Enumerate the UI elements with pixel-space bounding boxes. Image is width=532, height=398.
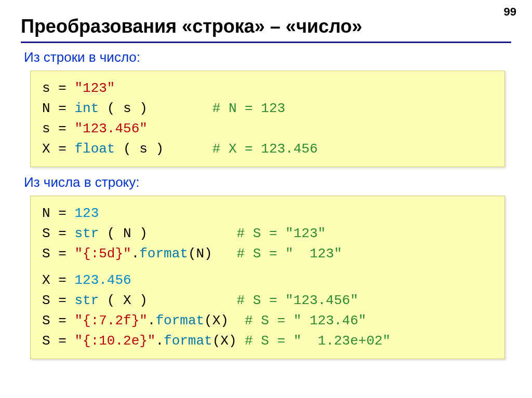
code-text: S = — [42, 226, 74, 241]
code-text: S = — [42, 313, 74, 328]
comment: # S = " 123" — [237, 246, 342, 262]
section-number-to-string: Из числа в строку: — [24, 174, 511, 190]
fn-float: float — [74, 141, 115, 157]
code-text: N = — [42, 205, 74, 221]
fn-format: format — [139, 246, 188, 262]
code-text: . — [155, 333, 164, 349]
code-text: X = — [42, 272, 74, 288]
fn-format: format — [164, 333, 212, 349]
string-literal: "{:5d}" — [74, 246, 131, 262]
title-divider — [21, 42, 511, 43]
code-block-number-to-string: N = 123 S = str ( N ) # S = "123" S = "{… — [30, 196, 505, 359]
code-text: S = — [42, 333, 74, 349]
comment: # S = " 123.46" — [245, 313, 366, 328]
code-text: (X) — [204, 313, 245, 328]
string-literal: "{:10.2e}" — [74, 333, 155, 349]
page-title: Преобразования «строка» – «число» — [21, 16, 511, 37]
code-text: (X) — [212, 333, 245, 349]
section-string-to-number: Из строки в число: — [24, 49, 511, 65]
code-text: ( N ) — [99, 226, 236, 241]
code-text: ( s ) — [115, 141, 212, 157]
fn-str: str — [74, 226, 99, 241]
code-text: . — [148, 313, 156, 328]
code-block-string-to-number: s = "123" N = int ( s ) # N = 123 s = "1… — [30, 71, 505, 167]
comment: # S = " 1.23e+02" — [245, 333, 391, 349]
fn-format: format — [155, 313, 204, 328]
code-text: s = — [42, 80, 74, 96]
comment: # X = 123.456 — [212, 141, 318, 157]
code-text: ( s ) — [99, 101, 212, 116]
code-text: X = — [42, 141, 74, 157]
fn-int: int — [74, 101, 99, 116]
string-literal: "{:7.2f}" — [74, 313, 147, 328]
comment: # N = 123 — [212, 101, 285, 116]
string-literal: "123" — [74, 80, 115, 96]
code-text: ( X ) — [99, 293, 236, 308]
page-number: 99 — [504, 5, 516, 19]
code-text: (N) — [188, 246, 237, 262]
string-literal: "123.456" — [74, 121, 147, 136]
number-literal: 123 — [74, 205, 99, 221]
code-text: S = — [42, 246, 74, 262]
fn-str: str — [74, 293, 99, 308]
number-literal: 123.456 — [74, 272, 131, 288]
slide-content: Преобразования «строка» – «число» Из стр… — [0, 0, 532, 359]
code-text: . — [131, 246, 140, 262]
code-text: s = — [42, 121, 74, 136]
comment: # S = "123.456" — [236, 293, 358, 308]
code-text: N = — [42, 101, 74, 116]
code-text: S = — [42, 293, 74, 308]
comment: # S = "123" — [236, 226, 326, 241]
